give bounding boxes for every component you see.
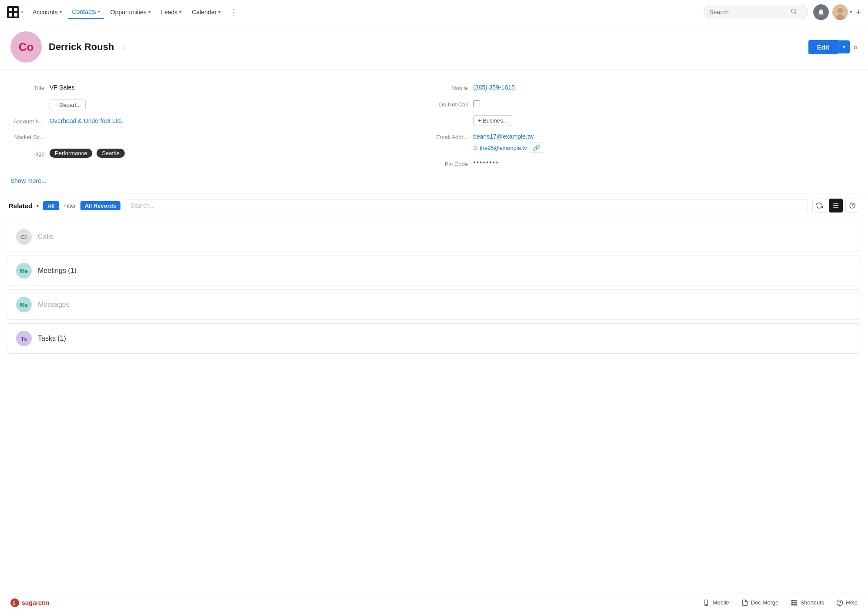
svg-point-8 bbox=[838, 8, 843, 13]
related-dropdown-icon[interactable]: ▾ bbox=[37, 203, 39, 208]
contacts-chevron-icon: ▾ bbox=[98, 9, 100, 14]
record-header: Co Derrick Roush ☆ Edit ▾ » bbox=[0, 24, 868, 70]
dnc-label: Do Not Call bbox=[434, 100, 473, 108]
add-department-button[interactable]: + Depart... bbox=[50, 100, 86, 110]
market-label: Market Sc... bbox=[10, 133, 50, 140]
svg-rect-1 bbox=[9, 8, 12, 11]
email-label: Email Addr... bbox=[434, 133, 473, 140]
calendar-chevron-icon: ▾ bbox=[218, 10, 220, 14]
search-icon bbox=[790, 8, 797, 16]
department-label bbox=[10, 100, 50, 100]
nav-contacts[interactable]: Contacts ▾ bbox=[68, 6, 104, 19]
email-link-icon[interactable]: 🔗 bbox=[530, 143, 543, 153]
refresh-button[interactable] bbox=[812, 199, 826, 213]
main-content: Co Derrick Roush ☆ Edit ▾ » Title VP Sal… bbox=[0, 24, 868, 594]
tasks-label: Tasks (1) bbox=[38, 335, 66, 342]
add-business-button[interactable]: + Busines... bbox=[473, 115, 512, 126]
nav-opportunities[interactable]: Opportunities ▾ bbox=[106, 6, 155, 18]
avatar-dropdown-icon[interactable]: ▾ bbox=[850, 10, 852, 14]
edit-button[interactable]: Edit bbox=[808, 40, 838, 54]
related-meetings-item[interactable]: Me Meetings (1) bbox=[7, 256, 861, 286]
business-field-row: + Busines... bbox=[434, 112, 858, 130]
pin-field-row: Pin Code ******** bbox=[434, 156, 858, 172]
contact-name: Derrick Roush bbox=[49, 41, 114, 52]
add-new-button[interactable]: + bbox=[855, 7, 861, 18]
all-records-badge[interactable]: All Records bbox=[80, 201, 120, 210]
department-field-row: + Depart... bbox=[10, 96, 434, 114]
svg-rect-2 bbox=[14, 8, 17, 11]
svg-rect-0 bbox=[7, 6, 19, 18]
record-actions: Edit ▾ » bbox=[808, 40, 858, 54]
title-label: Title bbox=[10, 84, 50, 91]
notifications-button[interactable] bbox=[813, 4, 829, 20]
tag-performance[interactable]: Performance bbox=[50, 149, 92, 158]
email2-blocked: ⊘ the95@example.tv bbox=[473, 145, 527, 151]
related-calls-item[interactable]: Cl Calls bbox=[7, 222, 861, 252]
show-more-link[interactable]: Show more... bbox=[10, 172, 858, 193]
mobile-field-row: Mobile (385) 359-1615 bbox=[434, 80, 858, 96]
mobile-label: Mobile bbox=[434, 84, 473, 91]
mobile-value[interactable]: (385) 359-1615 bbox=[473, 84, 515, 91]
global-search-bar[interactable] bbox=[704, 5, 808, 19]
leads-chevron-icon: ▾ bbox=[179, 10, 181, 14]
calls-icon: Cl bbox=[16, 229, 32, 245]
favorite-star-icon[interactable]: ☆ bbox=[120, 43, 127, 52]
nav-calendar[interactable]: Calendar ▾ bbox=[187, 6, 225, 18]
edit-dropdown-button[interactable]: ▾ bbox=[838, 40, 850, 53]
list-view-button[interactable] bbox=[829, 199, 843, 213]
related-search-input[interactable] bbox=[130, 202, 207, 209]
all-filter-badge[interactable]: All bbox=[43, 201, 59, 210]
svg-point-5 bbox=[791, 9, 795, 13]
tags-field-row: Tags Performance Seattle bbox=[10, 145, 434, 161]
related-messages-item[interactable]: Me Messages bbox=[7, 289, 861, 320]
email-field-row: Email Addr... beans17@example.tw ⊘ the95… bbox=[434, 130, 858, 156]
related-items-list: Cl Calls Me Meetings (1) Me Messages Ts … bbox=[0, 222, 868, 354]
related-label: Related bbox=[9, 202, 32, 209]
app-logo[interactable]: ▾ bbox=[7, 6, 23, 18]
related-section: Related ▾ All Filter All Records bbox=[0, 193, 868, 354]
nav-more-button[interactable]: ⋮ bbox=[227, 5, 241, 20]
email2-value[interactable]: the95@example.tv bbox=[480, 145, 527, 151]
related-toolbar: Related ▾ All Filter All Records bbox=[0, 193, 868, 218]
logo-dropdown-arrow[interactable]: ▾ bbox=[21, 10, 23, 14]
pin-label: Pin Code bbox=[434, 160, 473, 167]
dnc-field-row: Do Not Call bbox=[434, 96, 858, 112]
email-values: beans17@example.tw ⊘ the95@example.tv 🔗 bbox=[473, 133, 543, 153]
tags-label: Tags bbox=[10, 149, 50, 157]
svg-rect-4 bbox=[14, 13, 17, 17]
business-label bbox=[434, 115, 473, 116]
account-label: Account N... bbox=[10, 117, 50, 125]
do-not-call-checkbox[interactable] bbox=[473, 100, 480, 107]
messages-icon: Me bbox=[16, 297, 32, 312]
search-input[interactable] bbox=[709, 9, 788, 16]
svg-line-6 bbox=[795, 13, 797, 14]
calls-label: Calls bbox=[38, 233, 53, 241]
fields-grid: Title VP Sales + Depart... Account N... … bbox=[10, 80, 858, 172]
contact-avatar: Co bbox=[10, 31, 42, 63]
tasks-icon: Ts bbox=[16, 331, 32, 346]
user-avatar[interactable] bbox=[832, 4, 848, 20]
email1-row: beans17@example.tw bbox=[473, 133, 543, 140]
tag-seattle[interactable]: Seattle bbox=[97, 149, 124, 158]
svg-rect-3 bbox=[9, 13, 12, 17]
clock-view-button[interactable] bbox=[845, 199, 859, 213]
collapse-panel-icon[interactable]: » bbox=[853, 43, 858, 52]
svg-rect-12 bbox=[833, 207, 838, 207]
opportunities-chevron-icon: ▾ bbox=[148, 10, 150, 14]
record-name-section: Derrick Roush ☆ bbox=[49, 41, 127, 53]
account-value[interactable]: Overhead & Underfoot Ltd. bbox=[50, 117, 122, 124]
related-search-box[interactable] bbox=[125, 199, 808, 212]
svg-rect-11 bbox=[833, 205, 838, 206]
nav-accounts[interactable]: Accounts ▾ bbox=[28, 6, 66, 18]
nav-leads[interactable]: Leads ▾ bbox=[157, 6, 186, 18]
top-navigation: ▾ Accounts ▾ Contacts ▾ Opportunities ▾ … bbox=[0, 0, 868, 24]
blocked-icon: ⊘ bbox=[473, 145, 478, 151]
meetings-label: Meetings (1) bbox=[38, 267, 77, 275]
email1-value[interactable]: beans17@example.tw bbox=[473, 133, 534, 140]
messages-label: Messages bbox=[38, 301, 70, 309]
left-fields: Title VP Sales + Depart... Account N... … bbox=[10, 80, 434, 172]
record-fields: Title VP Sales + Depart... Account N... … bbox=[0, 70, 868, 193]
related-tasks-item[interactable]: Ts Tasks (1) bbox=[7, 323, 861, 354]
tags-container: Performance Seattle bbox=[50, 149, 127, 158]
filter-label: Filter bbox=[63, 203, 76, 209]
